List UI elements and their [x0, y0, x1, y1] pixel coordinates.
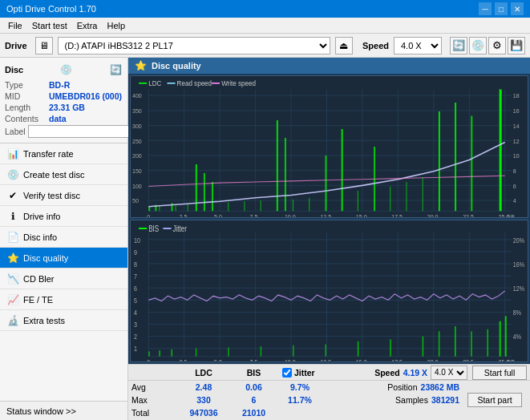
- disc-quality-header-icon: ⭐: [135, 60, 147, 71]
- bis-col-header: BIS: [232, 368, 276, 378]
- svg-text:GB: GB: [507, 358, 515, 361]
- speed-select[interactable]: 4.0 X: [394, 37, 442, 55]
- status-window-button[interactable]: Status window >>: [0, 401, 127, 420]
- disc-type-value: BD-R: [49, 80, 70, 90]
- extra-tests-icon: 🔬: [6, 315, 19, 326]
- sidebar-item-transfer-rate[interactable]: 📊 Transfer rate: [0, 143, 127, 164]
- sidebar-item-cd-bler[interactable]: 📉 CD Bler: [0, 269, 127, 289]
- svg-rect-80: [406, 182, 407, 211]
- buttons-block: Start full: [472, 365, 527, 380]
- toolbar-icons: 🔄 💿 ⚙ 💾: [450, 37, 525, 55]
- drive-label: Drive: [5, 41, 27, 50]
- svg-text:3: 3: [134, 321, 137, 329]
- svg-text:LDC: LDC: [148, 79, 161, 87]
- start-part-button[interactable]: Start part: [467, 393, 522, 407]
- svg-rect-78: [358, 191, 358, 211]
- menu-extra[interactable]: Extra: [72, 20, 103, 31]
- save-button[interactable]: 💾: [508, 37, 525, 55]
- svg-rect-67: [455, 103, 456, 211]
- sidebar-item-fe-te[interactable]: 📈 FE / TE: [0, 289, 127, 310]
- svg-rect-62: [285, 138, 286, 211]
- stats-bar: LDC BIS Jitter Speed 4.19 X 4.0 X Start …: [128, 364, 530, 420]
- eject-button[interactable]: ⏏: [335, 37, 353, 55]
- svg-rect-66: [439, 111, 440, 211]
- disc-label-input[interactable]: [28, 125, 135, 138]
- ldc-col-header: LDC: [176, 368, 232, 378]
- menu-file[interactable]: File: [3, 20, 27, 31]
- svg-text:250: 250: [132, 137, 142, 144]
- disc-refresh-button[interactable]: 🔄: [108, 63, 123, 77]
- jitter-checkbox[interactable]: [282, 368, 292, 378]
- sidebar-item-disc-quality[interactable]: ⭐ Disc quality: [0, 248, 127, 269]
- svg-rect-72: [188, 204, 188, 212]
- svg-text:15.0: 15.0: [356, 358, 367, 361]
- svg-rect-70: [159, 206, 160, 212]
- transfer-rate-icon: 📊: [6, 148, 19, 160]
- disc-button[interactable]: 💿: [469, 37, 487, 55]
- sidebar-item-disc-info[interactable]: 📄 Disc info: [0, 227, 127, 248]
- disc-type-field: Type BD-R: [5, 80, 123, 90]
- menu-start-test[interactable]: Start test: [27, 20, 72, 31]
- menu-help[interactable]: Help: [102, 20, 130, 31]
- svg-text:15.0: 15.0: [356, 213, 367, 217]
- close-button[interactable]: ✕: [511, 2, 524, 15]
- svg-text:50: 50: [132, 197, 139, 204]
- avg-ldc: 2.48: [176, 382, 232, 392]
- chart1-wrapper: LDC Read speed Write speed 400 350 300 2…: [130, 75, 528, 218]
- start-full-button[interactable]: Start full: [472, 365, 527, 380]
- samples-value: 381291: [431, 395, 459, 405]
- chart2-wrapper: BIS Jitter 10 9 8 7 6 5 4 3 2 1 20%: [130, 220, 528, 362]
- svg-rect-75: [261, 200, 261, 211]
- sidebar-item-extra-tests[interactable]: 🔬 Extra tests: [0, 310, 127, 331]
- svg-text:350: 350: [132, 107, 142, 115]
- sidebar-item-create-test-disc[interactable]: 💿 Create test disc: [0, 164, 127, 185]
- svg-rect-61: [277, 120, 278, 211]
- svg-rect-81: [423, 178, 423, 212]
- drive-browse-button[interactable]: 🖥: [35, 37, 53, 55]
- position-value: 23862 MB: [421, 382, 459, 392]
- avg-label: Avg: [131, 382, 176, 392]
- disc-quality-title: Disc quality: [152, 61, 201, 71]
- svg-rect-151: [500, 321, 501, 357]
- jitter-col-header: Jitter: [294, 368, 315, 378]
- sidebar-item-label: Create test disc: [23, 170, 84, 180]
- max-jitter: 11.7%: [276, 395, 324, 405]
- svg-text:2.5: 2.5: [180, 358, 188, 361]
- sidebar-item-drive-info[interactable]: ℹ Drive info: [0, 206, 127, 227]
- minimize-button[interactable]: ─: [479, 2, 492, 15]
- max-bis: 6: [232, 395, 276, 405]
- content-area: ⭐ Disc quality LDC Read speed Write spee…: [128, 58, 530, 420]
- svg-text:20%: 20%: [513, 236, 524, 244]
- svg-text:16%: 16%: [513, 260, 524, 269]
- disc-info-button[interactable]: 💿: [59, 63, 73, 77]
- svg-text:12: 12: [513, 137, 520, 144]
- svg-text:2.5: 2.5: [180, 213, 188, 217]
- refresh-button[interactable]: 🔄: [450, 37, 467, 55]
- position-label: Position: [387, 382, 417, 392]
- svg-text:Jitter: Jitter: [173, 224, 187, 233]
- svg-text:10.0: 10.0: [285, 213, 296, 217]
- disc-mid-value: UMEBDR016 (000): [49, 91, 122, 101]
- svg-text:5.0: 5.0: [214, 213, 222, 217]
- fe-te-icon: 📈: [6, 294, 19, 305]
- svg-text:300: 300: [132, 123, 142, 130]
- settings-button[interactable]: ⚙: [488, 37, 506, 55]
- svg-rect-144: [358, 341, 359, 357]
- maximize-button[interactable]: □: [495, 2, 508, 15]
- svg-rect-139: [196, 349, 197, 357]
- disc-title: Disc: [5, 65, 23, 75]
- drive-select[interactable]: (D:) ATAPI iHBS312 2 PL17: [58, 37, 330, 55]
- sidebar-item-label: Disc quality: [23, 253, 68, 263]
- svg-rect-147: [439, 331, 440, 356]
- sidebar-item-label: Disc info: [23, 232, 57, 242]
- svg-text:4: 4: [134, 309, 137, 317]
- speed-select-stats[interactable]: 4.0 X: [431, 365, 467, 380]
- svg-text:5: 5: [134, 297, 137, 305]
- sidebar-item-verify-test-disc[interactable]: ✔ Verify test disc: [0, 185, 127, 206]
- sidebar-item-label: Transfer rate: [23, 149, 74, 159]
- svg-text:6: 6: [134, 285, 137, 293]
- svg-rect-63: [325, 155, 326, 211]
- svg-text:14: 14: [513, 123, 520, 130]
- svg-rect-76: [293, 200, 293, 211]
- disc-header: Disc 💿 🔄: [5, 63, 123, 77]
